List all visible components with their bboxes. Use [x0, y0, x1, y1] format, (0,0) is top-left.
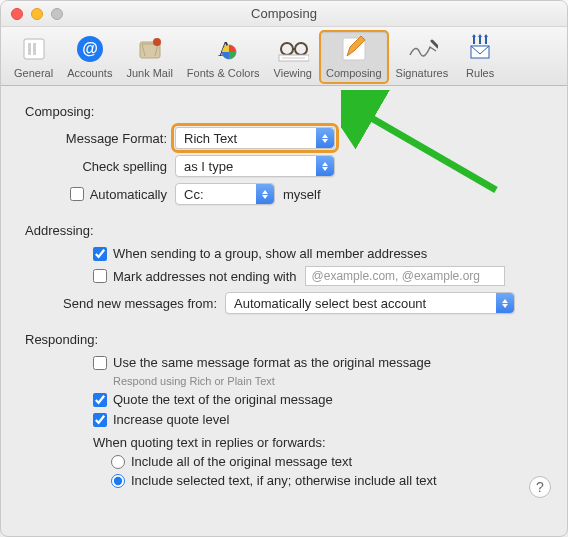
radio-include-all[interactable] — [111, 455, 125, 469]
svg-point-9 — [281, 43, 293, 55]
svg-rect-1 — [28, 43, 31, 55]
preferences-window: Composing General @ Accounts Junk Mail — [0, 0, 568, 537]
addressing-heading: Addressing: — [25, 223, 549, 238]
same-format-checkbox[interactable] — [93, 356, 107, 370]
check-spelling-select[interactable]: as I type — [175, 155, 335, 177]
send-from-label: Send new messages from: — [35, 296, 225, 311]
help-button[interactable]: ? — [529, 476, 551, 498]
select-arrows-icon — [316, 128, 334, 148]
window-title: Composing — [1, 6, 567, 21]
junk-mail-icon — [134, 33, 166, 65]
mark-not-ending-label: Mark addresses not ending with — [113, 269, 297, 284]
quote-text-checkbox[interactable] — [93, 393, 107, 407]
auto-cc-checkbox[interactable] — [70, 187, 84, 201]
group-addresses-checkbox[interactable] — [93, 247, 107, 261]
responding-heading: Responding: — [25, 332, 549, 347]
tab-junk-mail[interactable]: Junk Mail — [120, 31, 178, 83]
same-format-label: Use the same message format as the origi… — [113, 355, 431, 370]
select-arrows-icon — [256, 184, 274, 204]
svg-point-6 — [153, 38, 161, 46]
viewing-icon — [277, 33, 309, 65]
tab-signatures[interactable]: Signatures — [390, 31, 455, 83]
increase-quote-checkbox[interactable] — [93, 413, 107, 427]
select-arrows-icon — [496, 293, 514, 313]
rules-icon — [464, 33, 496, 65]
auto-cc-select[interactable]: Cc: — [175, 183, 275, 205]
auto-cc-trailing: myself — [283, 187, 321, 202]
radio-include-all-label: Include all of the original message text — [131, 454, 352, 469]
svg-point-10 — [295, 43, 307, 55]
svg-line-15 — [361, 112, 496, 190]
signatures-icon — [406, 33, 438, 65]
composing-icon — [338, 33, 370, 65]
tab-composing[interactable]: Composing — [320, 31, 388, 83]
quote-text-label: Quote the text of the original message — [113, 392, 333, 407]
titlebar: Composing — [1, 1, 567, 27]
preferences-toolbar: General @ Accounts Junk Mail A Fonts & C… — [1, 27, 567, 86]
radio-include-selected-label: Include selected text, if any; otherwise… — [131, 473, 437, 488]
tab-accounts[interactable]: @ Accounts — [61, 31, 118, 83]
message-format-select[interactable]: Rich Text — [175, 127, 335, 149]
tab-rules[interactable]: Rules — [456, 31, 504, 83]
tab-viewing[interactable]: Viewing — [268, 31, 318, 83]
content-area: Composing: Message Format: Rich Text Che… — [1, 86, 567, 512]
tab-general[interactable]: General — [8, 31, 59, 83]
general-icon — [18, 33, 50, 65]
same-format-sublabel: Respond using Rich or Plain Text — [35, 375, 549, 387]
group-addresses-label: When sending to a group, show all member… — [113, 246, 427, 261]
composing-heading: Composing: — [25, 104, 549, 119]
svg-rect-2 — [33, 43, 36, 55]
quoting-subheading: When quoting text in replies or forwards… — [35, 435, 549, 450]
check-spelling-label: Check spelling — [35, 159, 175, 174]
select-arrows-icon — [316, 156, 334, 176]
mark-not-ending-field[interactable]: @example.com, @example.org — [305, 266, 505, 286]
accounts-icon: @ — [74, 33, 106, 65]
radio-include-selected[interactable] — [111, 474, 125, 488]
tab-fonts-colors[interactable]: A Fonts & Colors — [181, 31, 266, 83]
auto-cc-label: Automatically — [90, 187, 167, 202]
fonts-colors-icon: A — [207, 33, 239, 65]
mark-not-ending-checkbox[interactable] — [93, 269, 107, 283]
increase-quote-label: Increase quote level — [113, 412, 229, 427]
message-format-label: Message Format: — [35, 131, 175, 146]
send-from-select[interactable]: Automatically select best account — [225, 292, 515, 314]
svg-text:@: @ — [82, 40, 98, 57]
